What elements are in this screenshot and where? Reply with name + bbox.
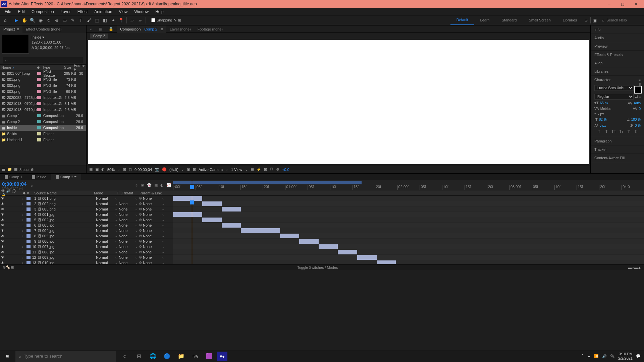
- project-item[interactable]: 🖼[001-004].pngPNG Seq...e295 KB30: [0, 70, 86, 76]
- channel-icon[interactable]: 🔴: [162, 167, 167, 172]
- current-timecode[interactable]: 0;00;00;04: [2, 181, 26, 187]
- comp-lock-icon[interactable]: 🔒: [105, 25, 117, 33]
- panel-preview[interactable]: Preview: [591, 42, 644, 51]
- system-tray[interactable]: ˄ ☁ 📶 🔊 🔌 3:10 PM 2/2/2021 💬: [578, 352, 644, 360]
- project-item[interactable]: 🖼2021013...0710.jpgImporte...G2.6 MB: [0, 107, 86, 113]
- project-item[interactable]: ▦Comp 1Composition29.9: [0, 113, 86, 119]
- track-row[interactable]: [173, 260, 644, 264]
- layer-row[interactable]: 👁›6🖼003.jpgNormal⌄None⌄⊚None⌄: [0, 223, 173, 228]
- layer-clip[interactable]: [338, 250, 357, 254]
- layer-row[interactable]: 👁›4🖼001.jpgNormal⌄None⌄⊚None⌄: [0, 212, 173, 217]
- comp-mini-flowchart-icon[interactable]: ⊹: [135, 183, 138, 187]
- layer-row[interactable]: 👁›7🖼004.jpgNormal⌄None⌄⊚None⌄: [0, 228, 173, 233]
- fast-icon[interactable]: ⚡: [257, 167, 261, 172]
- project-item[interactable]: ▦Comp 2Composition29.9: [0, 119, 86, 125]
- expand-icon[interactable]: ⊕: [3, 265, 6, 269]
- pen-tool-icon[interactable]: ✎: [69, 17, 76, 23]
- track-row[interactable]: [173, 249, 644, 255]
- panel-tracker[interactable]: Tracker: [591, 145, 644, 154]
- layer-row[interactable]: 👁›12🖼009.jpgNormal⌄None⌄⊚None⌄: [0, 255, 173, 260]
- layer-row[interactable]: 👁›9🖼006.jpgNormal⌄None⌄⊚None⌄: [0, 239, 173, 244]
- tracking-value[interactable]: 0: [639, 107, 641, 111]
- layer-clip[interactable]: [299, 239, 319, 244]
- project-item[interactable]: 🖼001.pngPNG file73 KB: [0, 76, 86, 82]
- project-search[interactable]: ⌕: [3, 57, 83, 63]
- shy-icon[interactable]: 👻: [147, 183, 152, 187]
- layer-row[interactable]: 👁›3🖼003.pngNormal⌄None⌄⊚None⌄: [0, 206, 173, 212]
- exposure-value[interactable]: +0.0: [282, 168, 289, 172]
- delete-icon[interactable]: 🗑: [31, 168, 34, 172]
- vscale-value[interactable]: 82 %: [599, 118, 607, 121]
- selection-tool-icon[interactable]: ▶: [13, 17, 20, 23]
- viewer-area[interactable]: [87, 39, 590, 166]
- taskbar-search[interactable]: ⌕: [15, 351, 116, 362]
- toggle-switches-button[interactable]: Toggle Switches / Modes: [297, 265, 338, 269]
- layer-clip[interactable]: [241, 228, 280, 233]
- project-item[interactable]: 🖼002.pngPNG file74 KB: [0, 82, 86, 88]
- track-row[interactable]: [173, 196, 644, 201]
- anchor-tool-icon[interactable]: ⊕: [53, 17, 60, 23]
- transparency-icon[interactable]: ▣: [95, 167, 99, 172]
- pixel-icon[interactable]: ▦: [251, 167, 254, 172]
- menu-file[interactable]: File: [1, 9, 14, 14]
- guides-icon[interactable]: ⊞: [193, 167, 196, 172]
- app-icon[interactable]: 🟪: [203, 350, 216, 362]
- workspace-more-icon[interactable]: »: [583, 17, 590, 23]
- edge-icon[interactable]: 🌐: [146, 350, 160, 362]
- menu-edit[interactable]: Edit: [14, 9, 28, 14]
- wifi-icon[interactable]: 📶: [594, 354, 599, 358]
- composition-canvas[interactable]: [88, 40, 589, 164]
- brush-tool-icon[interactable]: 🖌: [86, 17, 92, 23]
- text-style-button[interactable]: T,: [633, 129, 639, 133]
- project-item[interactable]: 🖼003.pngPNG file69 KB: [0, 88, 86, 95]
- roi-icon[interactable]: ◻: [129, 167, 132, 172]
- track-row[interactable]: [173, 201, 644, 206]
- new-comp-icon[interactable]: ▦: [14, 167, 17, 172]
- project-item[interactable]: 🖼2021013...0702.jpgImporte...G3.1 MB: [0, 101, 86, 107]
- layer-row[interactable]: 👁›10🖼007.jpgNormal⌄None⌄⊚None⌄: [0, 244, 173, 249]
- menu-effect[interactable]: Effect: [74, 9, 91, 14]
- zoom-dropdown[interactable]: 50%: [107, 168, 115, 172]
- volume-icon[interactable]: 🔊: [602, 354, 607, 358]
- grid-icon[interactable]: ▦: [89, 167, 93, 172]
- layer-clip[interactable]: [319, 244, 338, 249]
- hscale-value[interactable]: 100 %: [631, 118, 641, 121]
- stroke-value[interactable]: - px: [598, 112, 604, 116]
- timeline-tab-comp-2[interactable]: Comp 2 ≡: [51, 174, 81, 180]
- views-dropdown[interactable]: 1 View: [231, 168, 242, 172]
- comp-bin-icon[interactable]: ▦: [95, 25, 105, 33]
- menu-animation[interactable]: Animation: [91, 9, 115, 14]
- search-help-input[interactable]: [606, 18, 640, 22]
- panel-align[interactable]: Align: [591, 59, 644, 67]
- workspace-tab-standard[interactable]: Standard: [496, 15, 523, 25]
- chrome-icon[interactable]: 🔵: [160, 350, 174, 362]
- project-item[interactable]: 📁SolidsFolder: [0, 131, 86, 137]
- panel-paragraph[interactable]: Paragraph: [591, 137, 644, 145]
- fill-color-swatch[interactable]: [639, 83, 641, 93]
- text-style-button[interactable]: T: [604, 129, 609, 133]
- track-row[interactable]: [173, 244, 644, 249]
- store-icon[interactable]: 🛍: [189, 350, 202, 362]
- project-item[interactable]: ▦InsideComposition29.9: [0, 125, 86, 131]
- clone-tool-icon[interactable]: ⬚: [94, 17, 100, 23]
- panel-audio[interactable]: Audio: [591, 34, 644, 42]
- roto-tool-icon[interactable]: ✦: [110, 17, 116, 23]
- flowchart-icon[interactable]: 品: [270, 167, 273, 172]
- layer-clip[interactable]: [377, 260, 396, 264]
- resolution-dropdown[interactable]: (Half): [169, 168, 178, 172]
- layer-row[interactable]: 👁›1🖼001.pngNormal⌄⌄⊚None⌄: [0, 196, 173, 201]
- track-row[interactable]: [173, 223, 644, 228]
- task-view-icon[interactable]: ⊟: [132, 350, 146, 362]
- current-time-indicator[interactable]: [192, 180, 192, 190]
- text-style-button[interactable]: Tт: [619, 129, 624, 133]
- home-panel-icon[interactable]: ▣: [591, 17, 598, 23]
- project-item-list[interactable]: 🖼[001-004].pngPNG Seq...e295 KB30🖼001.pn…: [0, 70, 86, 166]
- project-item[interactable]: 🖼2020082...2725.jpgImporte...G2.8 MB: [0, 95, 86, 101]
- open-comp-tab[interactable]: Comp 2: [90, 34, 108, 39]
- onedrive-icon[interactable]: ☁: [587, 354, 591, 358]
- menu-composition[interactable]: Composition: [28, 9, 57, 14]
- close-button[interactable]: ✕: [629, 0, 643, 8]
- no-stroke-icon[interactable]: ▫: [639, 95, 641, 99]
- layer-clip[interactable]: [222, 207, 241, 212]
- rotation-tool-icon[interactable]: ↻: [45, 17, 52, 23]
